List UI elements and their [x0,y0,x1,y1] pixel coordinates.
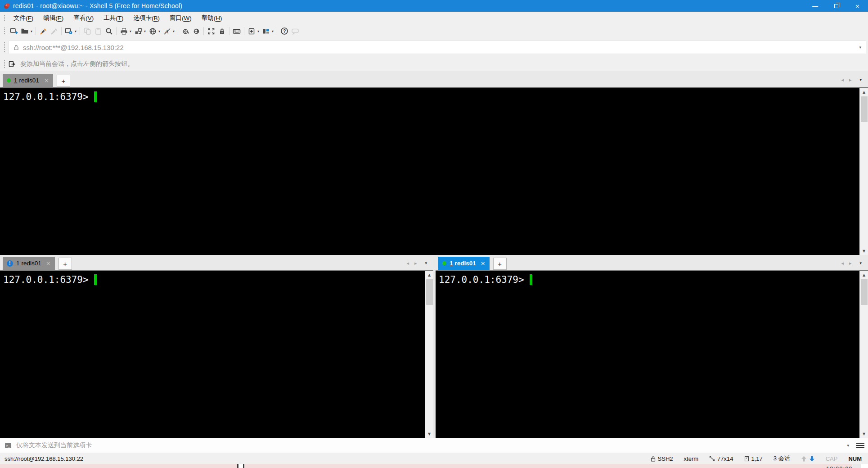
open-session-dropdown[interactable]: ▾ [30,25,34,37]
send-text-terminal-icon[interactable]: >_ [4,442,12,449]
session-properties-button[interactable] [63,25,74,37]
reconnect-dropdown[interactable]: ▾ [144,25,147,37]
open-session-button[interactable] [19,25,30,37]
session-info-bar: 要添加当前会话，点击左侧的箭头按钮。 [0,57,868,71]
find-button[interactable] [103,25,114,37]
scrollbar-bottom-left[interactable]: ▲ ▼ [425,271,433,438]
connected-dot-icon [7,78,11,82]
tab-list-dropdown[interactable]: ▾ [859,77,862,82]
compose-dropdown[interactable]: ▾ [847,443,849,448]
status-scroll-arrows [801,456,815,462]
new-tab-button[interactable] [246,25,257,37]
shell-button[interactable] [191,25,202,37]
tab-layout-dropdown[interactable]: ▾ [271,25,275,37]
compose-menu-icon[interactable] [856,443,864,449]
print-dropdown[interactable]: ▾ [129,25,133,37]
restore-icon [834,4,838,8]
tab-list-dropdown[interactable]: ▾ [859,261,862,265]
add-tab-button[interactable]: + [58,258,72,270]
scroll-up-icon[interactable]: ▲ [425,271,433,279]
scrollbar-thumb[interactable] [861,279,868,305]
menu-window[interactable]: 窗口(W) [165,12,197,24]
menu-tools[interactable]: 工具(T) [99,12,128,24]
tab-scroll-right-icon[interactable]: ▸ [849,77,852,83]
menu-file[interactable]: 文件(F) [9,12,38,24]
scroll-down-icon[interactable]: ▼ [425,430,433,438]
tab-redis01-bottom-left[interactable]: 1 redis01 × [3,257,55,270]
copy-icon [84,27,91,35]
toolbar-separator [36,27,36,35]
tab-scroll-right-icon[interactable]: ▸ [849,260,852,266]
tab-layout-button[interactable] [261,25,271,37]
tab-scroll-left-icon[interactable]: ◂ [841,260,844,266]
infobar-grip[interactable] [4,59,6,68]
session-properties-dropdown[interactable]: ▾ [74,25,78,37]
tab-index: 1 [450,260,453,267]
lock-screen-button[interactable] [216,25,227,37]
address-input[interactable] [23,44,857,51]
scrollbar-thumb[interactable] [426,279,433,305]
tab-close-icon[interactable]: × [476,260,486,267]
taskbar-clock: 10:00:00 [826,465,853,468]
menubar-grip[interactable] [4,14,6,22]
tab-nav-controls: ◂ ▸ ▾ [841,77,865,83]
status-terminal-type: xterm [684,455,699,462]
tab-scroll-right-icon[interactable]: ▸ [414,260,417,266]
keyboard-icon [233,27,241,35]
show-desktop-corner [861,464,868,468]
terminal-top[interactable]: 127.0.0.1:6379> [0,88,859,255]
terminal-bottom-right[interactable]: 127.0.0.1:6379> [436,271,859,438]
tab-scroll-left-icon[interactable]: ◂ [841,77,844,83]
help-button[interactable]: ? [279,25,290,37]
tab-scroll-left-icon[interactable]: ◂ [406,260,409,266]
new-tab-icon [248,27,256,35]
close-button[interactable]: × [847,0,868,12]
minimize-button[interactable]: — [805,0,826,12]
tab-redis01-top[interactable]: 1 redis01 × [3,74,53,87]
add-tab-button[interactable]: + [57,75,70,87]
web-browser-button[interactable] [147,25,158,37]
fullscreen-button[interactable] [206,25,216,37]
print-button[interactable] [118,25,129,37]
soft-keyboard-button[interactable] [231,25,242,37]
menu-tab[interactable]: 选项卡(B) [129,12,165,24]
tab-nav-controls: ◂ ▸ ▾ [406,260,431,266]
status-connection-url: ssh://root@192.168.15.130:22 [4,455,83,462]
addressbar-grip[interactable] [4,41,6,53]
scroll-up-icon[interactable]: ▲ [860,271,868,279]
menu-help[interactable]: 帮助(H) [197,12,227,24]
maximize-button[interactable] [826,0,847,12]
terminal-bottom-left[interactable]: 127.0.0.1:6379> [0,271,425,438]
tab-redis01-bottom-right[interactable]: 1 redis01 × [438,257,490,270]
connect-icon [40,27,47,35]
toolbar-grip[interactable] [4,27,6,35]
font-button[interactable]: A [162,25,172,37]
scroll-to-bottom-icon[interactable] [809,456,815,462]
menu-view[interactable]: 查看(V) [68,12,99,24]
bottom-left-tab-bar: 1 redis01 × + ◂ ▸ ▾ [0,255,433,271]
web-browser-dropdown[interactable]: ▾ [158,25,162,37]
connect-button[interactable] [38,25,49,37]
scroll-down-icon[interactable]: ▼ [860,430,868,438]
tab-close-icon[interactable]: × [40,77,49,84]
scroll-down-icon[interactable]: ▼ [860,247,868,255]
snail-button[interactable] [180,25,191,37]
menu-edit[interactable]: 编辑(E) [38,12,68,24]
terminal-prompt-line: 127.0.0.1:6379> [0,88,859,102]
scroll-to-top-icon[interactable] [801,456,807,462]
font-icon: A [163,27,171,35]
reconnect-button[interactable] [133,25,144,37]
scrollbar-thumb[interactable] [861,96,868,122]
tab-close-icon[interactable]: × [41,260,51,267]
scrollbar-bottom-right[interactable]: ▲ ▼ [859,271,868,438]
address-dropdown[interactable]: ▾ [857,45,863,50]
new-tab-dropdown[interactable]: ▾ [257,25,261,37]
scrollbar-top[interactable]: ▲ ▼ [859,88,868,255]
tab-list-dropdown[interactable]: ▾ [425,261,427,265]
font-dropdown[interactable]: ▾ [172,25,176,37]
add-tab-button[interactable]: + [493,258,507,270]
terminal-prompt: 127.0.0.1:6379> [3,274,89,285]
scroll-up-icon[interactable]: ▲ [860,88,868,96]
new-session-button[interactable] [9,25,19,37]
lock-icon [218,27,226,35]
